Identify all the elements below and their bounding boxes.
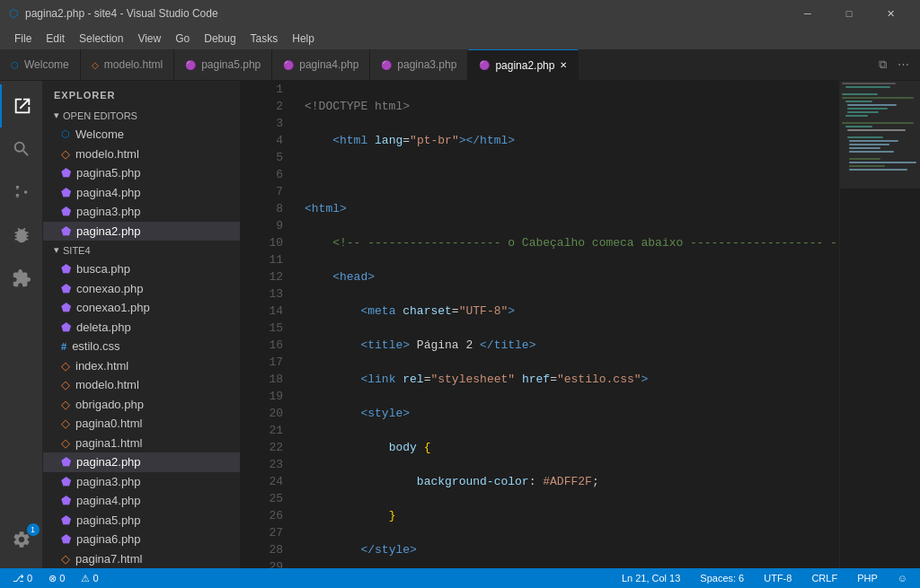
svg-rect-13 [849, 140, 898, 142]
status-language[interactable]: PHP [854, 573, 881, 584]
sidebar-item-index[interactable]: ◇ index.html [43, 356, 240, 376]
status-feedback[interactable]: ☺ [894, 573, 911, 584]
tab-icon-pagina3: 🟣 [381, 60, 392, 70]
file-icon-index: ◇ [61, 359, 70, 373]
sidebar-item-modelo-site[interactable]: ◇ modelo.html [43, 375, 240, 395]
status-line-ending[interactable]: CRLF [808, 573, 841, 584]
file-icon-pagina0: ◇ [61, 417, 70, 430]
tab-label-pagina5: pagina5.php [201, 58, 261, 71]
sidebar-item-label: index.html [75, 359, 128, 373]
status-error-count: 0 [59, 573, 65, 584]
status-source-control[interactable]: ⎇ 0 [9, 573, 36, 584]
split-editor-icon[interactable]: ⧉ [875, 56, 890, 74]
sidebar-item-pagina4-site[interactable]: ⬟ pagina4.php [43, 491, 240, 511]
activity-search[interactable] [0, 127, 43, 171]
code-editor[interactable]: <!DOCTYPE html> <html lang="pt-br"></htm… [290, 81, 839, 568]
sidebar-item-label: pagina3.php [76, 205, 141, 218]
menu-bar: File Edit Selection View Go Debug Tasks … [0, 27, 920, 49]
file-icon-pagina4: ⬟ [61, 186, 71, 199]
tab-modelo[interactable]: ◇ modelo.html [81, 49, 174, 81]
open-editors-section[interactable]: ▾ OPEN EDITORS [43, 106, 240, 125]
activity-debug[interactable] [0, 214, 43, 257]
branch-icon: ⎇ [13, 573, 24, 584]
file-icon-pagina4-site: ⬟ [61, 494, 71, 507]
menu-go[interactable]: Go [168, 30, 197, 48]
sidebar-item-label: pagina6.php [76, 532, 141, 546]
svg-rect-2 [842, 93, 878, 95]
sidebar-header: Explorer [43, 81, 240, 106]
minimize-button[interactable]: ─ [787, 0, 828, 27]
sidebar-item-pagina5-site[interactable]: ⬟ pagina5.php [43, 511, 240, 531]
sidebar-item-obrigado[interactable]: ◇ obrigado.php [43, 395, 240, 415]
sidebar-item-pagina6[interactable]: ⬟ pagina6.php [43, 530, 240, 549]
sidebar-item-label: busca.php [76, 262, 130, 276]
sidebar-item-estilo[interactable]: # estilo.css [43, 337, 240, 356]
status-spaces[interactable]: Spaces: 6 [696, 573, 748, 584]
menu-view[interactable]: View [130, 30, 168, 48]
sidebar-item-label: pagina3.php [76, 475, 141, 488]
activity-explorer[interactable] [0, 84, 43, 127]
tab-pagina3[interactable]: 🟣 pagina3.php [370, 49, 468, 81]
sidebar-item-pagina2-open[interactable]: ⬟ pagina2.php [43, 222, 240, 241]
sidebar-item-label: deleta.php [76, 320, 131, 334]
site4-section[interactable]: ▾ SITE4 [43, 241, 240, 259]
file-icon-pagina5: ⬟ [61, 166, 71, 180]
sidebar-item-pagina3-open[interactable]: ⬟ pagina3.php [43, 202, 240, 222]
menu-help[interactable]: Help [285, 30, 322, 48]
file-icon-estilo: # [61, 341, 66, 352]
file-icon-modelo-site: ◇ [61, 378, 70, 391]
tab-icon-pagina2: 🟣 [479, 60, 490, 70]
activity-extensions[interactable] [0, 257, 43, 300]
sidebar-item-modelo-open[interactable]: ◇ modelo.html [43, 145, 240, 164]
sidebar-item-label: obrigado.php [75, 398, 144, 411]
sidebar-item-conexao[interactable]: ⬟ conexao.php [43, 279, 240, 299]
file-icon-obrigado: ◇ [61, 398, 70, 411]
menu-tasks[interactable]: Tasks [243, 30, 286, 48]
tab-pagina5[interactable]: 🟣 pagina5.php [174, 49, 272, 81]
menu-debug[interactable]: Debug [197, 30, 243, 48]
status-line-col[interactable]: Ln 21, Col 13 [618, 573, 684, 584]
menu-edit[interactable]: Edit [39, 30, 72, 48]
tab-pagina2[interactable]: 🟣 pagina2.php ✕ [468, 49, 579, 81]
warning-icon: ⚠ [81, 573, 90, 584]
maximize-button[interactable]: □ [828, 0, 870, 27]
sidebar-item-label: modelo.html [75, 378, 139, 391]
file-icon-welcome: ⬡ [61, 128, 70, 140]
svg-rect-1 [845, 86, 890, 88]
sidebar-item-pagina2-site[interactable]: ⬟ pagina2.php [43, 452, 240, 472]
more-tabs-icon[interactable]: ⋯ [894, 56, 913, 74]
sidebar-item-deleta[interactable]: ⬟ deleta.php [43, 318, 240, 338]
file-icon-pagina6: ⬟ [61, 532, 71, 546]
tab-pagina4[interactable]: 🟣 pagina4.php [272, 49, 370, 81]
app-icon: ⬡ [9, 7, 18, 20]
sidebar-item-conexao1[interactable]: ⬟ conexao1.php [43, 298, 240, 318]
sidebar-item-label: pagina5.php [76, 166, 141, 180]
line-numbers: 12345 678910 1112131415 1617181920 21222… [241, 81, 290, 568]
sidebar-item-pagina4-open[interactable]: ⬟ pagina4.php [43, 183, 240, 203]
status-encoding[interactable]: UTF-8 [760, 573, 795, 584]
activity-settings[interactable]: 1 [0, 518, 43, 561]
activity-source-control[interactable] [0, 171, 43, 214]
sidebar-item-welcome[interactable]: ⬡ Welcome [43, 125, 240, 145]
sidebar-item-busca[interactable]: ⬟ busca.php [43, 259, 240, 279]
sidebar-item-pagina7[interactable]: ◇ pagina7.html [43, 549, 240, 569]
status-warnings[interactable]: ⚠ 0 [77, 573, 102, 584]
sidebar-item-pagina0[interactable]: ◇ pagina0.html [43, 414, 240, 434]
sidebar-item-pagina1[interactable]: ◇ pagina1.html [43, 434, 240, 453]
menu-file[interactable]: File [7, 30, 39, 48]
activity-bar: 1 [0, 81, 43, 568]
close-tab-pagina2[interactable]: ✕ [560, 60, 567, 70]
sidebar-item-label: pagina4.php [76, 494, 141, 507]
menu-selection[interactable]: Selection [72, 30, 130, 48]
close-button[interactable]: ✕ [870, 0, 911, 27]
svg-rect-0 [842, 83, 896, 84]
tab-bar: ⬡ Welcome ◇ modelo.html 🟣 pagina5.php 🟣 … [0, 49, 920, 81]
sidebar-item-pagina3-site[interactable]: ⬟ pagina3.php [43, 472, 240, 492]
tab-welcome[interactable]: ⬡ Welcome [0, 49, 81, 81]
sidebar-item-label: pagina1.html [75, 436, 142, 450]
status-errors[interactable]: ⊗ 0 [45, 573, 68, 584]
sidebar-item-pagina5-open[interactable]: ⬟ pagina5.php [43, 163, 240, 183]
svg-rect-10 [845, 126, 872, 127]
editor: 12345 678910 1112131415 1617181920 21222… [241, 81, 920, 568]
tab-label-pagina3: pagina3.php [397, 58, 456, 71]
